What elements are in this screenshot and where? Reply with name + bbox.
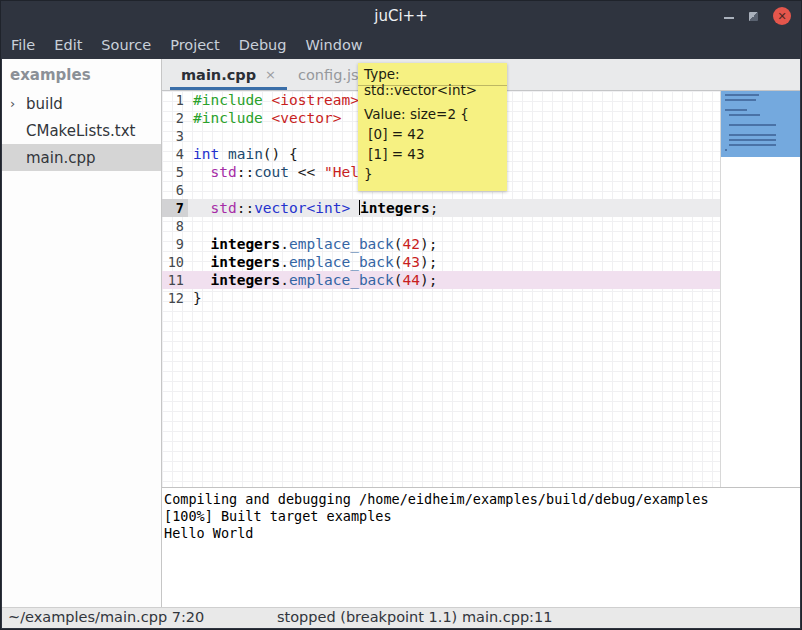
- output-line-3: Hello World: [164, 525, 800, 542]
- token-num: 42: [403, 236, 420, 252]
- token-pl: .: [280, 272, 289, 288]
- line-number: 5: [162, 163, 188, 181]
- line-number: 2: [162, 109, 188, 127]
- token-pl: }: [193, 290, 202, 306]
- debug-value-tooltip: Type: std::vector<int> Value: size=2 { […: [358, 63, 507, 191]
- code-line-8[interactable]: 8: [162, 217, 720, 235]
- token-pl: [193, 200, 210, 216]
- menu-item-file[interactable]: File: [11, 37, 35, 53]
- tooltip-value-line: [1] = 43: [364, 146, 501, 166]
- token-pp: #include: [193, 110, 263, 126]
- file-label: main.cpp: [26, 149, 96, 167]
- code-line-10[interactable]: 10 integers.emplace_back(43);: [162, 253, 720, 271]
- token-pl: ::: [237, 200, 254, 216]
- output-panel[interactable]: Compiling and debugging /home/eidheim/ex…: [162, 487, 800, 607]
- window-controls: ✕: [724, 1, 791, 31]
- tab-label: main.cpp: [181, 67, 256, 83]
- file-label: build: [26, 95, 63, 113]
- line-number: 6: [162, 181, 188, 199]
- title-bar[interactable]: juCi++ ✕: [1, 1, 801, 31]
- token-pl: [193, 254, 210, 270]
- sidebar-item-main.cpp[interactable]: main.cpp: [2, 144, 161, 171]
- token-pl: (: [394, 272, 403, 288]
- code-line-12[interactable]: 12}: [162, 289, 720, 307]
- tooltip-value-block: Value: size=2 { [0] = 42 [1] = 43}: [358, 86, 507, 191]
- token-fn: main: [228, 146, 263, 162]
- close-icon[interactable]: ✕: [773, 7, 791, 25]
- token-ty: vector<int>: [254, 200, 350, 216]
- token-pl: ;: [430, 200, 439, 216]
- token-pl: .: [280, 254, 289, 270]
- menu-bar: FileEditSourceProjectDebugWindow: [1, 31, 801, 59]
- token-var: integers: [210, 254, 280, 270]
- token-pl: .: [280, 236, 289, 252]
- file-label: CMakeLists.txt: [26, 122, 135, 140]
- menu-item-debug[interactable]: Debug: [239, 37, 287, 53]
- line-number: 1: [162, 91, 188, 109]
- tooltip-value-line: }: [364, 166, 501, 186]
- token-var: integers: [210, 236, 280, 252]
- code-text: std::vector<int> integers;: [188, 199, 720, 217]
- maximize-icon[interactable]: [749, 12, 758, 21]
- line-number: 9: [162, 235, 188, 253]
- code-line-11[interactable]: 11 integers.emplace_back(44);: [162, 271, 720, 289]
- minimize-icon[interactable]: [724, 17, 734, 19]
- menu-item-source[interactable]: Source: [101, 37, 151, 53]
- token-pl: ::: [237, 164, 254, 180]
- line-number: 12: [162, 289, 188, 307]
- token-pl: [350, 200, 359, 216]
- minimap-code-mark: [729, 114, 760, 116]
- file-tree-panel: examples ›buildCMakeLists.txtmain.cpp: [2, 59, 162, 607]
- token-mth: emplace_back: [289, 272, 394, 288]
- token-var: integers: [210, 272, 280, 288]
- app-window: juCi++ ✕ FileEditSourceProjectDebugWindo…: [0, 0, 802, 630]
- window-title: juCi++: [1, 1, 801, 31]
- tab-main.cpp[interactable]: main.cpp×: [170, 59, 287, 90]
- minimap-code-mark: [729, 124, 776, 126]
- token-mth: emplace_back: [289, 236, 394, 252]
- code-text: integers.emplace_back(44);: [188, 271, 720, 289]
- token-pl: [193, 164, 210, 180]
- menu-item-project[interactable]: Project: [170, 37, 220, 53]
- file-tree: ›buildCMakeLists.txtmain.cpp: [2, 90, 161, 171]
- tab-close-icon[interactable]: ×: [265, 67, 276, 82]
- menu-item-window[interactable]: Window: [305, 37, 362, 53]
- token-pl: [263, 110, 272, 126]
- token-pl: );: [420, 236, 437, 252]
- line-number: 8: [162, 217, 188, 235]
- status-debug-state: stopped (breakpoint 1.1) main.cpp:11: [277, 609, 552, 625]
- code-text: [188, 217, 720, 235]
- line-number: 3: [162, 127, 188, 145]
- menu-item-edit[interactable]: Edit: [54, 37, 82, 53]
- minimap-code-mark: [725, 99, 756, 101]
- line-number: 11: [162, 271, 188, 289]
- code-line-9[interactable]: 9 integers.emplace_back(42);: [162, 235, 720, 253]
- token-pl: [193, 272, 210, 288]
- token-pl: [193, 236, 210, 252]
- minimap[interactable]: [720, 91, 800, 487]
- token-ns: std: [210, 164, 236, 180]
- token-str: "Hel: [324, 164, 359, 180]
- minimap-code-mark: [725, 94, 759, 96]
- token-pl: () {: [263, 146, 298, 162]
- line-number: 4: [162, 145, 188, 163]
- code-text: integers.emplace_back(43);: [188, 253, 720, 271]
- sidebar-item-cmakelists.txt[interactable]: CMakeLists.txt: [2, 117, 161, 144]
- token-pl: [219, 146, 228, 162]
- minimap-slider[interactable]: [721, 91, 800, 157]
- status-bar: ~/examples/main.cpp 7:20 stopped (breakp…: [2, 607, 800, 628]
- tooltip-type-line: Type: std::vector<int>: [358, 63, 507, 86]
- line-number: 10: [162, 253, 188, 271]
- line-number: 7: [162, 199, 188, 217]
- code-line-7[interactable]: 7 std::vector<int> integers;: [162, 199, 720, 217]
- sidebar-item-build[interactable]: ›build: [2, 90, 161, 117]
- minimap-code-mark: [729, 139, 776, 141]
- token-var: integers: [360, 200, 430, 216]
- project-root-label: examples: [2, 62, 161, 90]
- token-pl: (: [394, 236, 403, 252]
- token-mth: emplace_back: [289, 254, 394, 270]
- output-line-2: [100%] Built target examples: [164, 508, 800, 525]
- token-pl: (: [394, 254, 403, 270]
- output-line-1: Compiling and debugging /home/eidheim/ex…: [164, 491, 800, 508]
- minimap-code-mark: [729, 134, 776, 136]
